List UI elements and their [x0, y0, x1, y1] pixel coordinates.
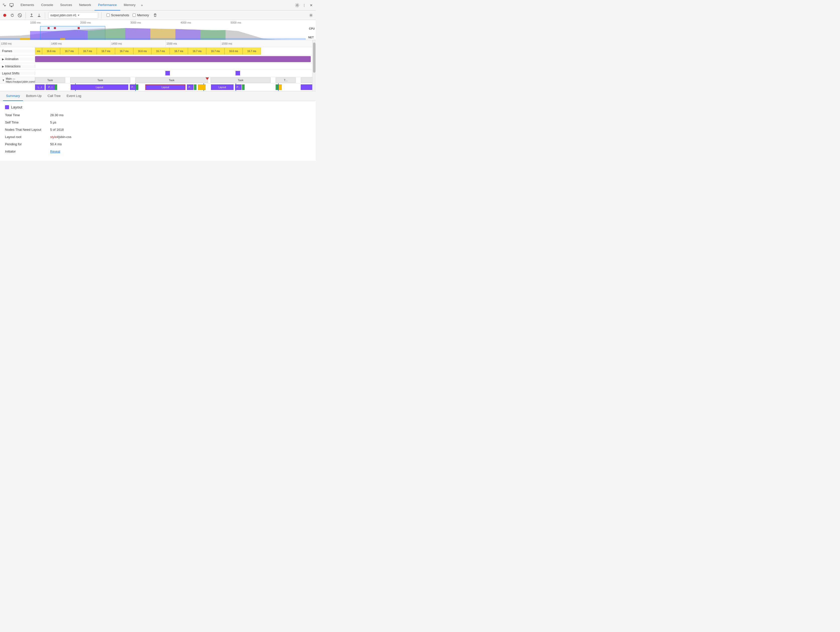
pending-value: 50.4 ms	[50, 142, 62, 146]
subtask-layout-2[interactable]: Layout	[211, 84, 234, 90]
devtools-nav: Elements Console Sources Network Perform…	[0, 0, 316, 11]
frame-chip-2[interactable]: 16.7 ms	[60, 47, 79, 55]
svg-point-7	[3, 14, 6, 17]
more-options-icon[interactable]: ⋮	[302, 3, 307, 8]
task-bar-1[interactable]: Task	[35, 77, 65, 83]
layout-root-label: Layout root	[5, 135, 50, 139]
pending-label: Pending for	[5, 142, 50, 146]
frame-chip-0[interactable]: ms	[35, 47, 42, 55]
layout-shift-2[interactable]	[235, 71, 240, 76]
subtask-layout-selected[interactable]: Layout	[145, 84, 185, 90]
interactions-expand-icon[interactable]: ▶	[2, 65, 4, 68]
subtask-green-1[interactable]	[55, 84, 57, 90]
subtask-p-3[interactable]: P...	[235, 84, 242, 90]
animation-expand-icon[interactable]: ▶	[2, 58, 4, 61]
inspect-icon[interactable]	[9, 3, 14, 8]
initiator-value[interactable]: Reveal	[50, 150, 60, 153]
selected-region[interactable]	[40, 26, 105, 40]
tab-summary[interactable]: Summary	[3, 91, 23, 101]
timeline-detail: 1350 ms 1400 ms 1450 ms 1500 ms 1550 ms …	[0, 40, 316, 91]
subtask-green-3[interactable]	[194, 84, 196, 90]
frame-chip-6[interactable]: 16.6 ms	[133, 47, 152, 55]
close-icon[interactable]: ✕	[309, 3, 314, 8]
layout-root-value: style#jsbin-css	[50, 135, 71, 139]
frame-chip-1[interactable]: 16.6 ms	[42, 47, 60, 55]
long-task-marker	[205, 77, 209, 80]
cursor-icon[interactable]	[2, 3, 7, 8]
main-expand-icon[interactable]: ▼	[2, 79, 5, 82]
summary-row-layout-root: Layout root style#jsbin-css	[5, 135, 311, 139]
subtask-green-2[interactable]	[136, 84, 138, 90]
frame-chip-8[interactable]: 16.7 ms	[170, 47, 188, 55]
layout-shifts-content	[35, 70, 316, 77]
scrollbar-thumb[interactable]	[313, 43, 316, 72]
task-bar-3[interactable]: Task	[135, 77, 208, 83]
subtask-yellow-2[interactable]	[279, 84, 282, 90]
subtask-green-4[interactable]	[242, 84, 245, 90]
subtask-layout-1[interactable]: Layout	[71, 84, 128, 90]
timeline-overview[interactable]: 1000 ms 2000 ms 3000 ms 4000 ms 5000 ms …	[0, 20, 316, 40]
ruler-tick-1400: 1400 ms	[50, 40, 62, 47]
tab-call-tree[interactable]: Call Tree	[44, 91, 64, 101]
subtask-p-1[interactable]: P...	[130, 84, 136, 90]
capture-settings-icon[interactable]	[308, 13, 314, 18]
subtask-yellow-1[interactable]	[198, 84, 205, 90]
summary-color-indicator	[5, 105, 9, 109]
frames-track-row: Frames ms 16.6 ms 16.7 ms 16.7 ms 16.7 m…	[0, 47, 316, 55]
summary-content: Layout Total Time 28.30 ms Self Time 5 μ…	[0, 101, 316, 161]
upload-button[interactable]	[29, 13, 34, 18]
total-time-value: 28.30 ms	[50, 113, 63, 117]
memory-checkbox[interactable]: Memory	[133, 13, 149, 17]
layout-root-identifier: #jsbin-css	[57, 135, 71, 139]
frame-chip-9[interactable]: 16.7 ms	[188, 47, 206, 55]
tab-event-log[interactable]: Event Log	[64, 91, 84, 101]
tab-performance[interactable]: Performance	[95, 0, 120, 11]
task-bar-2[interactable]: Task	[70, 77, 130, 83]
cpu-label: CPU	[309, 27, 315, 30]
frame-chip-7[interactable]: 16.7 ms	[152, 47, 170, 55]
ruler-tick-1350: 1350 ms	[0, 40, 11, 47]
ruler-tick-1550: 1550 ms	[221, 40, 232, 47]
record-button[interactable]	[2, 13, 8, 18]
capture-settings[interactable]	[308, 13, 314, 18]
main-label: ▼ Main — https://output.jsbin.com/elisum…	[0, 77, 35, 83]
subtask-lt[interactable]: L...t	[35, 84, 44, 90]
subtask-p-2[interactable]: P...	[187, 84, 193, 90]
tab-bottom-up[interactable]: Bottom-Up	[23, 91, 44, 101]
summary-title: Layout	[5, 105, 311, 109]
download-button[interactable]	[36, 13, 42, 18]
delete-recording-button[interactable]	[152, 13, 158, 18]
detail-ruler: 1350 ms 1400 ms 1450 ms 1500 ms 1550 ms	[0, 40, 316, 47]
animation-bar[interactable]	[35, 56, 311, 62]
clear-button[interactable]	[17, 13, 22, 18]
frames-chips: ms 16.6 ms 16.7 ms 16.7 ms 16.7 ms 16.7 …	[35, 47, 316, 55]
svg-point-10	[311, 14, 312, 16]
task-bar-4[interactable]: Task	[210, 77, 271, 83]
frame-chip-4[interactable]: 16.7 ms	[97, 47, 115, 55]
tab-network[interactable]: Network	[76, 0, 95, 11]
subtask-pt[interactable]: P...t	[46, 84, 55, 90]
tab-elements[interactable]: Elements	[17, 0, 38, 11]
reload-button[interactable]	[9, 13, 15, 18]
frame-chip-3[interactable]: 16.7 ms	[79, 47, 97, 55]
frame-chip-10[interactable]: 16.7 ms	[206, 47, 224, 55]
subtask-green-5[interactable]	[276, 84, 278, 90]
frame-chip-12[interactable]: 16.7 ms	[243, 47, 261, 55]
layout-shift-1[interactable]	[166, 71, 170, 76]
frame-chip-5[interactable]: 16.7 ms	[115, 47, 133, 55]
url-selector[interactable]: output.jsbin.com #1 ▾	[48, 12, 98, 19]
more-tabs-button[interactable]: »	[139, 0, 145, 11]
main-tasks-header-row: ▼ Main — https://output.jsbin.com/elisum…	[0, 77, 316, 84]
nav-icons	[2, 3, 14, 8]
tab-console[interactable]: Console	[38, 0, 57, 11]
tab-memory[interactable]: Memory	[120, 0, 139, 11]
screenshots-checkbox[interactable]: Screenshots	[106, 13, 129, 17]
timeline-scrollbar[interactable]	[312, 40, 316, 91]
summary-row-initiator: Initiator Reveal	[5, 150, 311, 153]
tab-sources[interactable]: Sources	[57, 0, 76, 11]
settings-icon[interactable]	[295, 3, 300, 8]
nav-right: ⋮ ✕	[295, 3, 314, 8]
animation-content[interactable]	[35, 55, 316, 63]
task-bar-5[interactable]: T...	[276, 77, 296, 83]
frame-chip-11[interactable]: 16.6 ms	[224, 47, 243, 55]
